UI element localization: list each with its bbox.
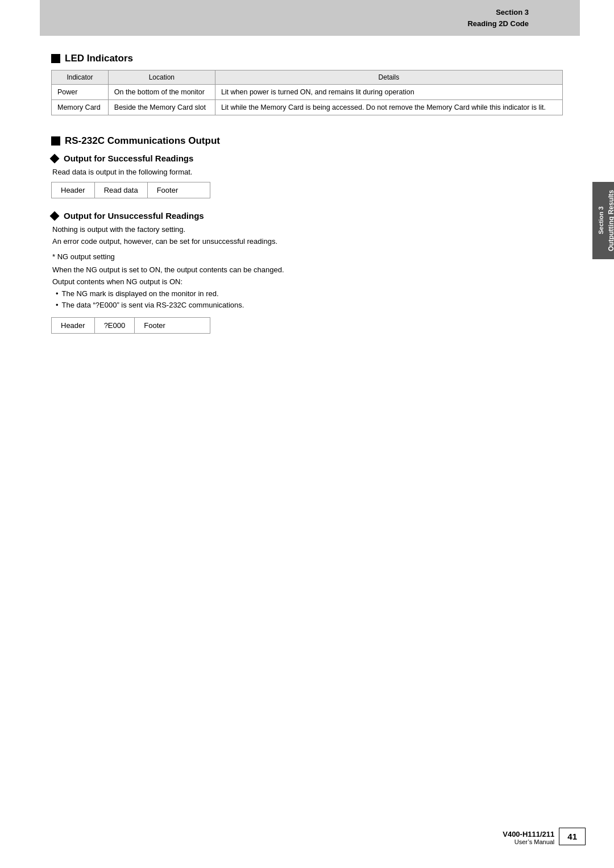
table-cell-details-1: Lit when power is turned ON, and remains… [215,85,562,100]
error-format-cell-footer: Footer [135,318,175,333]
led-indicators-heading: LED Indicators [51,53,563,64]
table-header-details: Details [215,70,562,85]
error-format-cell-header: Header [52,318,95,333]
side-tab-title-text: Outputting Results [607,190,614,251]
rs232-heading: RS-232C Communications Output [51,135,563,147]
side-tab-section-label: Section 3 [597,207,605,235]
header-section-label: Section 3 [40,7,529,18]
unsuccessful-readings-block: Output for Unsuccessful Readings Nothing… [51,211,563,334]
ng-body1: When the NG output is set to ON, the out… [52,265,563,274]
led-indicators-title: LED Indicators [65,53,133,64]
bullet-text-2: The data “?E000” is sent via RS-232C com… [62,301,244,309]
bullet-dot-icon: • [56,289,59,298]
section-header: Section 3 Reading 2D Code [40,0,580,36]
ng-output-label: * NG output setting [52,252,563,261]
main-content: LED Indicators Indicator Location Detail… [0,53,614,334]
unsuccessful-readings-title: Output for Unsuccessful Readings [64,211,204,221]
successful-readings-body: Read data is output in the following for… [52,168,563,176]
table-cell-indicator-1: Power [52,85,109,100]
footer-model: V400-H111/211 [503,830,554,838]
successful-readings-block: Output for Successful Readings Read data… [51,153,563,198]
table-cell-location-2: Beside the Memory Card slot [108,100,215,115]
bullet-item-2: • The data “?E000” is sent via RS-232C c… [56,301,563,309]
black-square-icon-2 [51,136,60,146]
page: Section 3 Reading 2D Code LED Indicators… [0,0,614,868]
unsuccessful-readings-heading: Output for Unsuccessful Readings [51,211,563,221]
table-row: Memory Card Beside the Memory Card slot … [52,100,563,115]
bullet-dot-icon-2: • [56,301,59,309]
footer-page-number: 41 [559,828,586,845]
rs232-title-text: RS-232C Communications Output [65,135,220,147]
diamond-bullet-icon-2 [50,211,60,221]
successful-readings-heading: Output for Successful Readings [51,153,563,163]
diamond-bullet-icon [50,153,60,163]
page-footer: V400-H111/211 User’s Manual 41 [0,828,614,845]
error-format-cell-code: ?E000 [95,318,135,333]
format-cell-header: Header [52,182,95,198]
format-cell-data: Read data [95,182,148,198]
successful-readings-title: Output for Successful Readings [64,153,193,163]
table-cell-details-2: Lit while the Memory Card is being acces… [215,100,562,115]
unsuccessful-format-box: Header ?E000 Footer [51,317,210,334]
footer-text-block: V400-H111/211 User’s Manual [503,830,554,845]
table-cell-location-1: On the bottom of the monitor [108,85,215,100]
table-header-location: Location [108,70,215,85]
black-square-icon [51,54,60,63]
ng-body2: Output contents when NG output is ON: [52,277,563,286]
unsuccessful-body2: An error code output, however, can be se… [52,237,563,246]
led-indicators-table: Indicator Location Details Power On the … [51,70,563,115]
unsuccessful-body1: Nothing is output with the factory setti… [52,225,563,234]
format-cell-footer: Footer [148,182,188,198]
table-cell-indicator-2: Memory Card [52,100,109,115]
table-header-indicator: Indicator [52,70,109,85]
table-row: Power On the bottom of the monitor Lit w… [52,85,563,100]
header-section-title: Reading 2D Code [40,18,529,30]
section-header-text: Section 3 Reading 2D Code [40,7,529,29]
successful-format-box: Header Read data Footer [51,182,210,198]
footer-manual: User’s Manual [503,838,554,845]
bullet-text-1: The NG mark is displayed on the monitor … [62,289,219,298]
bullet-item-1: • The NG mark is displayed on the monito… [56,289,563,298]
side-tab: Section 3 Outputting Results [592,182,614,259]
